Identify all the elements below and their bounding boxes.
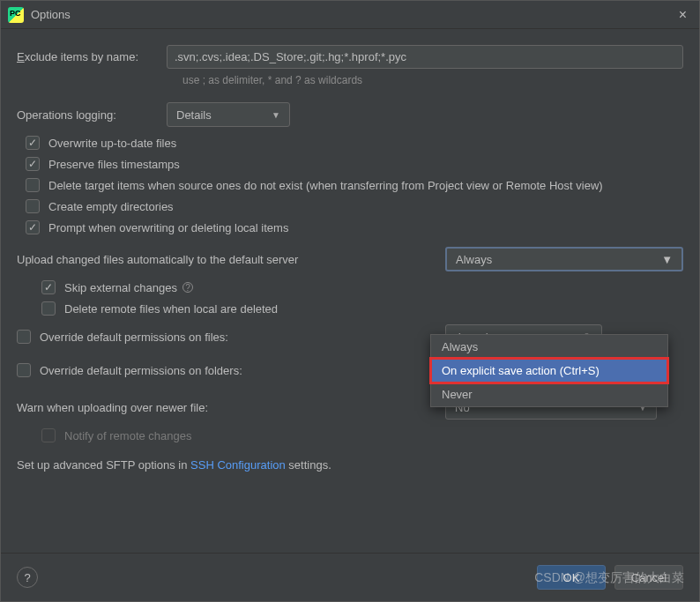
preserve-checkbox[interactable]: [26, 157, 40, 171]
ssh-config-link[interactable]: SSH Configuration: [190, 458, 286, 472]
warn-label: Warn when uploading over newer file:: [17, 401, 445, 414]
skip-external-label: Skip external changes: [64, 281, 177, 294]
upload-value: Always: [456, 253, 492, 266]
help-icon[interactable]: ?: [182, 282, 193, 293]
chevron-down-icon: ▼: [661, 253, 673, 266]
perm-files-checkbox[interactable]: [17, 330, 31, 344]
preserve-row: Preserve files timestamps: [26, 157, 683, 171]
cancel-button[interactable]: Cancel: [614, 565, 683, 590]
options-dialog: Options × Exclude items by name: use ; a…: [0, 0, 700, 602]
skip-external-checkbox[interactable]: [41, 280, 56, 294]
upload-option-always[interactable]: Always: [431, 335, 667, 359]
button-bar: ? OK Cancel: [1, 553, 699, 601]
create-empty-label: Create empty directories: [48, 200, 174, 213]
operations-logging-select[interactable]: Details ▼: [167, 102, 290, 127]
exclude-row: Exclude items by name:: [17, 45, 683, 69]
upload-select[interactable]: Always ▼: [445, 247, 683, 271]
prompt-label: Prompt when overwriting or deleting loca…: [48, 221, 288, 234]
preserve-label: Preserve files timestamps: [48, 158, 180, 171]
upload-label: Upload changed files automatically to th…: [17, 253, 445, 266]
delete-remote-label: Delete remote files when local are delet…: [64, 302, 278, 316]
operations-logging-value: Details: [176, 108, 212, 122]
exclude-input[interactable]: [167, 45, 683, 69]
sftp-text: Set up advanced SFTP options in SSH Conf…: [17, 458, 683, 472]
delete-remote-row: Delete remote files when local are delet…: [41, 301, 683, 316]
create-empty-checkbox[interactable]: [26, 199, 40, 213]
chevron-down-icon: ▼: [272, 110, 280, 120]
content-area: Exclude items by name: use ; as delimite…: [1, 29, 699, 553]
notify-checkbox: [41, 428, 56, 442]
perm-folders-checkbox[interactable]: [17, 363, 31, 377]
perm-folders-label: Override default permissions on folders:: [40, 364, 242, 377]
titlebar: Options ×: [1, 1, 699, 29]
window-title: Options: [31, 8, 674, 21]
overwrite-label: Overwrite up-to-date files: [48, 137, 176, 150]
delete-target-row: Delete target items when source ones do …: [26, 178, 683, 192]
upload-row: Upload changed files automatically to th…: [17, 247, 683, 271]
create-empty-row: Create empty directories: [26, 199, 683, 213]
exclude-label: Exclude items by name:: [17, 50, 167, 63]
overwrite-row: Overwrite up-to-date files: [26, 136, 683, 150]
upload-dropdown: Always On explicit save action (Ctrl+S) …: [430, 334, 668, 407]
delete-target-label: Delete target items when source ones do …: [48, 179, 603, 192]
delete-remote-checkbox[interactable]: [41, 301, 56, 316]
pycharm-icon: [8, 7, 24, 23]
prompt-checkbox[interactable]: [26, 220, 40, 234]
operations-logging-label: Operations logging:: [17, 108, 167, 122]
operations-logging-row: Operations logging: Details ▼: [17, 102, 683, 127]
close-icon[interactable]: ×: [674, 7, 692, 23]
upload-option-explicit-save[interactable]: On explicit save action (Ctrl+S): [431, 359, 667, 383]
notify-row: Notify of remote changes: [41, 428, 683, 442]
notify-label: Notify of remote changes: [64, 429, 192, 442]
overwrite-checkbox[interactable]: [26, 136, 40, 150]
delete-target-checkbox[interactable]: [26, 178, 40, 192]
skip-external-row: Skip external changes ?: [41, 280, 683, 294]
perm-files-label: Override default permissions on files:: [40, 331, 228, 344]
ok-button[interactable]: OK: [537, 565, 606, 590]
prompt-row: Prompt when overwriting or deleting loca…: [26, 220, 683, 234]
upload-option-never[interactable]: Never: [431, 383, 667, 406]
exclude-hint: use ; as delimiter, * and ? as wildcards: [182, 74, 683, 86]
help-button[interactable]: ?: [17, 567, 38, 588]
